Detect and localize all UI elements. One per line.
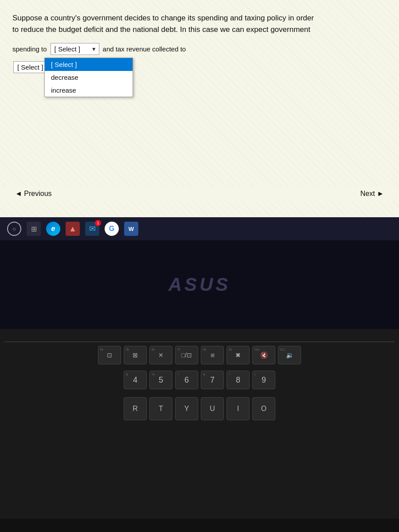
bottom-strip [0,519,399,532]
key-o[interactable]: O [252,397,275,420]
edge-symbol: e [51,225,55,233]
dropdown-option-select[interactable]: [ Select ] [45,58,133,71]
key-6[interactable]: ^ 6 [175,371,198,389]
key-f6[interactable]: f6 ✕ [149,346,172,364]
key-f5[interactable]: f5 ⊠ [124,346,147,364]
chrome-icon[interactable]: G [105,222,119,236]
key-i[interactable]: I [227,397,250,420]
number-row: $ 4 % 5 ^ 6 & 7 * 8 ( 9 [4,371,395,389]
fn-key-row: f4 ⊡ f5 ⊠ f6 ✕ f7 □/⊡ f8 ⊞ f9 ✖ f10 🔇 f1… [4,346,395,364]
key-f10[interactable]: f10 🔇 [252,346,275,364]
key-7[interactable]: & 7 [201,371,224,389]
mail-icon[interactable]: ✉ 1 [85,222,99,236]
letter-row: R T Y U I O [4,397,395,420]
start-icon: ○ [12,225,16,232]
and-label: and tax revenue collected to [103,45,186,53]
key-t[interactable]: T [149,397,172,420]
spending-label: spending to [12,45,47,53]
key-u[interactable]: U [201,397,224,420]
chrome-symbol: G [109,225,114,233]
key-9[interactable]: ( 9 [252,371,275,389]
spending-select-wrapper: [ Select ] decrease increase ▼ [51,43,99,55]
keyboard-divider-top [4,341,395,342]
file-explorer-icon[interactable]: ⊞ [27,222,41,236]
edge-icon[interactable]: e [46,222,60,236]
start-button[interactable]: ○ [7,222,21,236]
asus-logo: ASUS [168,274,231,295]
file-explorer-symbol: ⊞ [31,225,37,233]
mail-badge: 1 [95,220,101,226]
previous-button[interactable]: ◄ Previous [10,186,57,201]
dropdown-option-decrease[interactable]: decrease [45,71,133,84]
mail-symbol: ✉ [89,224,96,234]
keyboard-area: f4 ⊡ f5 ⊠ f6 ✕ f7 □/⊡ f8 ⊞ f9 ✖ f10 🔇 f1… [0,329,399,532]
key-f11[interactable]: f11 🔉 [278,346,301,364]
word-icon[interactable]: W [124,222,138,236]
taskbar-generic-icon[interactable]: ▲ [66,222,80,236]
taskbar: ○ ⊞ e ▲ ✉ 1 G W [0,217,399,240]
dropdown-option-increase[interactable]: increase [45,84,133,97]
word-symbol: W [129,226,134,232]
key-8[interactable]: * 8 [227,371,250,389]
asus-logo-area: ASUS [0,240,399,329]
key-f4[interactable]: f4 ⊡ [98,346,121,364]
key-r[interactable]: R [124,397,147,420]
key-f8[interactable]: f8 ⊞ [201,346,224,364]
nav-buttons: ◄ Previous Next ► [0,186,399,201]
dropdown-overlay: [ Select ] decrease increase [44,58,133,97]
generic-symbol: ▲ [69,224,77,234]
key-4[interactable]: $ 4 [124,371,147,389]
key-y[interactable]: Y [175,397,198,420]
key-f9[interactable]: f9 ✖ [227,346,250,364]
question-text: Suppose a country's government decides t… [12,12,387,35]
key-5[interactable]: % 5 [149,371,172,389]
next-button[interactable]: Next ► [355,186,389,201]
form-row-1: spending to [ Select ] decrease increase… [12,43,387,55]
spending-select[interactable]: [ Select ] decrease increase [51,43,99,55]
key-f7[interactable]: f7 □/⊡ [175,346,198,364]
